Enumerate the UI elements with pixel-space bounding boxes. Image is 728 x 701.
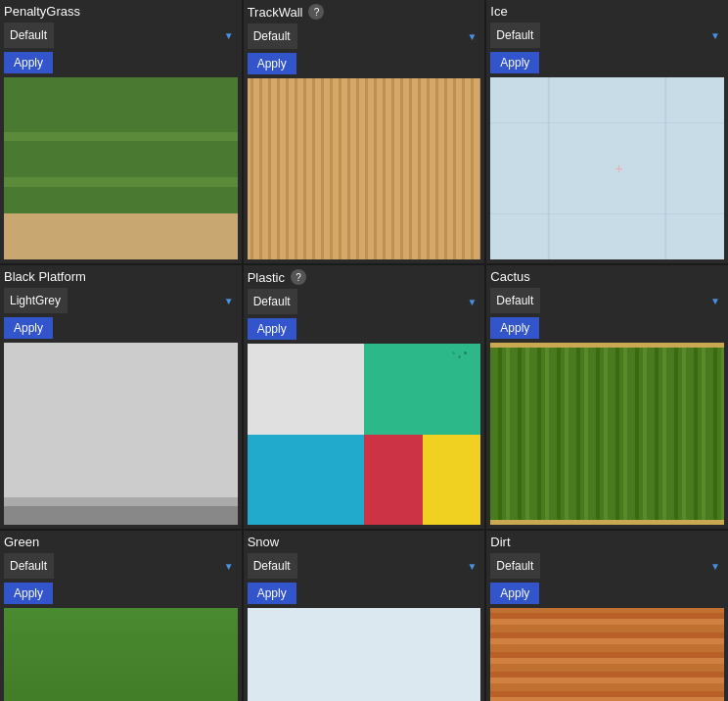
snow-dropdown-wrapper: Default ▼ <box>248 553 481 579</box>
plastic-help-icon[interactable]: ? <box>291 269 306 285</box>
ice-apply-button[interactable]: Apply <box>490 52 539 73</box>
penalty-grass-dropdown-row: Default ▼ <box>4 23 238 48</box>
dirt-dropdown-row: Default ▼ <box>490 553 724 579</box>
ice-dropdown-row: Default ▼ <box>490 23 724 48</box>
texture-grid: PenaltyGrass Default ▼ Apply TrackWall ?… <box>0 0 728 701</box>
plastic-title: Plastic ? <box>248 269 481 285</box>
dirt-dropdown-wrapper: Default ▼ <box>490 553 724 579</box>
plastic-yellow <box>423 435 481 526</box>
chevron-down-icon: ▼ <box>224 30 234 41</box>
black-platform-dropdown[interactable]: LightGrey Default <box>4 288 68 313</box>
plastic-dropdown-wrapper: Default ▼ <box>248 289 481 314</box>
black-platform-texture <box>4 343 238 525</box>
chevron-down-icon: ▼ <box>224 296 234 306</box>
cactus-title: Cactus <box>490 269 724 284</box>
ice-texture <box>490 77 724 259</box>
snow-dropdown-row: Default ▼ <box>248 553 481 579</box>
trackwall-texture <box>248 78 481 259</box>
chevron-down-icon: ▼ <box>467 297 477 307</box>
plastic-dropdown-row: Default ▼ <box>248 289 481 314</box>
trackwall-dropdown-wrapper: Default ▼ <box>248 23 481 49</box>
plastic-preview <box>248 344 481 525</box>
plastic-dropdown[interactable]: Default <box>248 289 297 314</box>
dirt-dropdown[interactable]: Default <box>490 553 540 579</box>
cell-penalty-grass: PenaltyGrass Default ▼ Apply <box>0 0 242 263</box>
trackwall-help-icon[interactable]: ? <box>308 4 324 20</box>
cell-trackwall: TrackWall ? Default ▼ Apply <box>244 0 485 263</box>
black-platform-title: Black Platform <box>4 269 238 284</box>
penalty-grass-apply-button[interactable]: Apply <box>4 52 53 73</box>
chevron-down-icon: ▼ <box>467 561 477 572</box>
trackwall-title: TrackWall ? <box>248 4 481 20</box>
green-preview <box>4 608 238 701</box>
cell-green: Green Default ▼ Apply <box>0 531 242 701</box>
plastic-texture <box>248 344 481 525</box>
black-platform-dropdown-wrapper: LightGrey Default ▼ <box>4 288 238 313</box>
cactus-dropdown-wrapper: Default ▼ <box>490 288 724 313</box>
plastic-dots <box>464 351 467 354</box>
cell-snow: Snow Default ▼ Apply <box>244 531 485 701</box>
penalty-grass-title: PenaltyGrass <box>4 4 238 19</box>
green-texture <box>4 608 238 701</box>
chevron-down-icon: ▼ <box>710 561 720 572</box>
dirt-texture <box>490 608 724 701</box>
plastic-bottom-right <box>364 435 480 526</box>
black-platform-apply-button[interactable]: Apply <box>4 317 53 339</box>
snow-preview <box>248 608 481 701</box>
black-platform-dropdown-row: LightGrey Default ▼ <box>4 288 238 313</box>
dirt-preview <box>490 608 724 701</box>
ice-dropdown[interactable]: Default <box>490 23 540 48</box>
penalty-grass-dropdown[interactable]: Default <box>4 23 54 48</box>
penalty-grass-dropdown-wrapper: Default ▼ <box>4 23 238 48</box>
plastic-green <box>364 344 480 435</box>
ice-dropdown-wrapper: Default ▼ <box>490 23 724 48</box>
dirt-title: Dirt <box>490 535 724 549</box>
penalty-grass-texture <box>4 77 238 259</box>
plastic-red <box>364 435 423 526</box>
dirt-apply-button[interactable]: Apply <box>490 583 539 604</box>
cactus-apply-button[interactable]: Apply <box>490 317 539 339</box>
cactus-dropdown[interactable]: Default <box>490 288 540 313</box>
ice-preview <box>490 77 724 259</box>
trackwall-preview <box>248 78 481 259</box>
cactus-dropdown-row: Default ▼ <box>490 288 724 313</box>
chevron-down-icon: ▼ <box>710 296 720 306</box>
green-dropdown[interactable]: Default <box>4 553 54 579</box>
ice-title: Ice <box>490 4 724 19</box>
plastic-apply-button[interactable]: Apply <box>248 318 296 340</box>
cell-cactus: Cactus Default ▼ Apply <box>486 265 728 529</box>
plastic-bottom-row <box>248 435 364 526</box>
cell-plastic: Plastic ? Default ▼ Apply <box>244 265 485 529</box>
cactus-texture <box>490 343 724 525</box>
plastic-blue <box>248 435 364 526</box>
plastic-white <box>248 344 364 435</box>
snow-dropdown[interactable]: Default <box>248 553 297 579</box>
chevron-down-icon: ▼ <box>467 31 477 42</box>
trackwall-dropdown[interactable]: Default <box>248 23 297 49</box>
green-apply-button[interactable]: Apply <box>4 583 53 604</box>
green-dropdown-wrapper: Default ▼ <box>4 553 238 579</box>
cactus-preview <box>490 343 724 525</box>
snow-apply-button[interactable]: Apply <box>248 583 296 604</box>
ice-lines <box>490 77 724 259</box>
snow-texture <box>248 608 481 701</box>
penalty-grass-preview <box>4 77 238 259</box>
snow-title: Snow <box>248 535 481 549</box>
cell-ice: Ice Default ▼ Apply <box>486 0 728 263</box>
green-title: Green <box>4 535 238 549</box>
trackwall-dropdown-row: Default ▼ <box>248 23 481 49</box>
trackwall-apply-button[interactable]: Apply <box>248 53 296 74</box>
chevron-down-icon: ▼ <box>710 30 720 41</box>
black-platform-preview <box>4 343 238 525</box>
cell-dirt: Dirt Default ▼ Apply <box>486 531 728 701</box>
chevron-down-icon: ▼ <box>224 561 234 572</box>
green-dropdown-row: Default ▼ <box>4 553 238 579</box>
cell-black-platform: Black Platform LightGrey Default ▼ Apply <box>0 265 242 529</box>
